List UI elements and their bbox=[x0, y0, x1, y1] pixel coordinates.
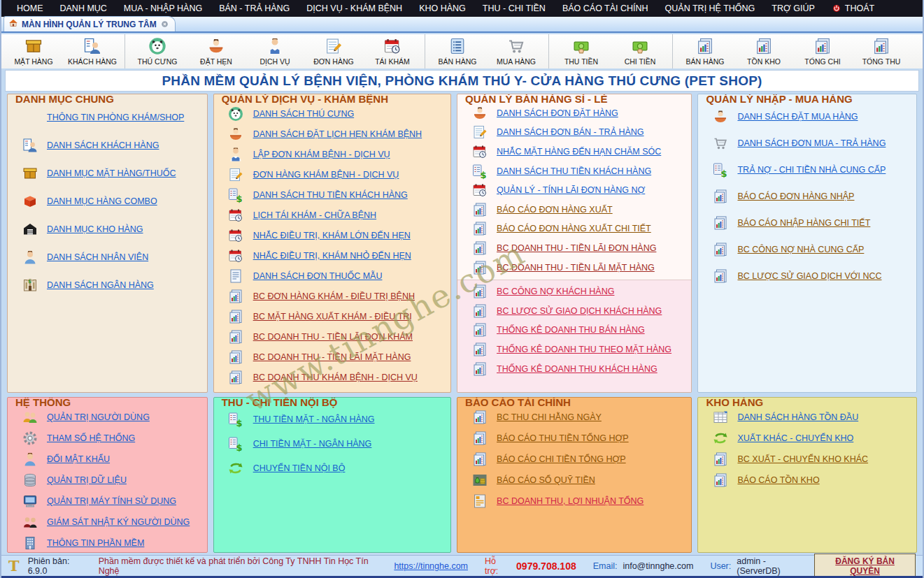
shortcut-link[interactable]: LẬP ĐƠN KHÁM BỆNH - DỊCH VỤ bbox=[253, 150, 390, 159]
shortcut-item[interactable]: ĐỔI MẬT KHẨU bbox=[13, 449, 201, 470]
menu-item-thu-chi-ti-n[interactable]: THU - CHI TIỀN bbox=[474, 0, 554, 17]
toolbar-button-th-c-ng[interactable]: THÚ CƯNG bbox=[128, 34, 187, 68]
shortcut-link[interactable]: DANH SÁCH HÀNG TỒN ĐẦU bbox=[737, 412, 858, 422]
menu-item-home[interactable]: HOME bbox=[8, 0, 52, 17]
toolbar-button-t-ng-thu[interactable]: TỔNG THU bbox=[852, 34, 911, 68]
shortcut-item[interactable]: DANH SÁCH THÚ CƯNG bbox=[220, 103, 445, 124]
shortcut-item[interactable]: $CHI TIỀN MẶT - NGÂN HÀNG bbox=[220, 431, 445, 456]
shortcut-link[interactable]: THỐNG KÊ DOANH THU BÁN HÀNG bbox=[497, 325, 645, 335]
shortcut-item[interactable]: DANH SÁCH ĐƠN THUỐC MẪU bbox=[220, 266, 445, 286]
shortcut-link[interactable]: BÁO CÁO SỔ QUỸ TIỀN bbox=[497, 475, 595, 485]
shortcut-item[interactable]: BC DOANH THU - TIỀN LÃI ĐƠN KHÁM bbox=[220, 326, 445, 347]
shortcut-item[interactable]: THAM SỐ HỆ THỐNG bbox=[13, 428, 201, 449]
shortcut-link[interactable]: DANH SÁCH ĐƠN BÁN - TRẢ HÀNG bbox=[497, 127, 644, 137]
shortcut-item[interactable]: DANH MỤC HÀNG COMBO bbox=[13, 187, 201, 215]
shortcut-item[interactable]: BC DOANH THU - TIỀN LÃI MẶT HÀNG bbox=[463, 258, 685, 277]
shortcut-link[interactable]: CHUYỂN TIỀN NỘI BỘ bbox=[253, 463, 346, 473]
shortcut-item[interactable]: GIÁM SÁT NHẬT KÝ NGƯỜI DÙNG bbox=[13, 512, 201, 533]
shortcut-item[interactable]: NHẮC ĐIỀU TRỊ, KHÁM LỚN ĐẾN HẸN bbox=[220, 225, 445, 245]
shortcut-link[interactable]: THỐNG KÊ DOANH THU KHÁCH HÀNG bbox=[497, 364, 658, 374]
menu-item-danh-m-c[interactable]: DANH MỤC bbox=[52, 0, 115, 17]
shortcut-item[interactable]: BÁO CÁO ĐƠN HÀNG NHẬP bbox=[704, 183, 911, 210]
shortcut-link[interactable]: THÔNG TIN PHẦN MỀM bbox=[47, 538, 144, 548]
shortcut-link[interactable]: BÁO CÁO THU TIỀN TỔNG HỢP bbox=[497, 433, 629, 443]
toolbar-button-t-n-kho[interactable]: TỒN KHO bbox=[734, 34, 793, 68]
shortcut-item[interactable]: BC DOANH THU KHÁM BỆNH - DỊCH VỤ bbox=[220, 367, 445, 387]
shortcut-item[interactable]: BÁO CÁO NHẬP HÀNG CHI TIẾT bbox=[704, 210, 911, 236]
shortcut-item[interactable]: DANH SÁCH NHÂN VIÊN bbox=[13, 243, 201, 271]
shortcut-item[interactable]: LẬP ĐƠN KHÁM BỆNH - DỊCH VỤ bbox=[220, 144, 445, 164]
shortcut-link[interactable]: DANH SÁCH ĐƠN THUỐC MẪU bbox=[253, 271, 383, 281]
shortcut-item[interactable]: BC DOANH THU, LỢI NHUẬN TỔNG bbox=[463, 491, 685, 512]
shortcut-link[interactable]: BÁO CÁO NHẬP HÀNG CHI TIẾT bbox=[737, 218, 870, 228]
shortcut-link[interactable]: NHẮC MẶT HÀNG ĐẾN HẠN CHĂM SÓC bbox=[497, 147, 661, 157]
shortcut-item[interactable]: BC THU CHI HẰNG NGÀY bbox=[463, 407, 685, 428]
shortcut-link[interactable]: BÁO CÁO ĐƠN HÀNG XUẤT bbox=[497, 205, 613, 215]
shortcut-item[interactable]: BC CÔNG NỢ KHÁCH HÀNG bbox=[463, 282, 685, 301]
shortcut-item[interactable]: BC LƯỢC SỬ GIAO DỊCH KHÁCH HÀNG bbox=[463, 301, 685, 321]
shortcut-item[interactable]: BÁO CÁO ĐƠN HÀNG XUẤT bbox=[463, 200, 685, 219]
website-link[interactable]: https://tinnghe.com bbox=[394, 561, 468, 571]
toolbar-button-t-i-kh-m[interactable]: TÁI KHÁM bbox=[363, 34, 422, 68]
license-register-button[interactable]: ĐĂNG KÝ BẢN QUYỀN bbox=[814, 554, 916, 578]
toolbar-button-b-n-h-ng[interactable]: BÁN HÀNG bbox=[428, 34, 487, 68]
shortcut-link[interactable]: DANH MỤC MẶT HÀNG/THUỐC bbox=[47, 168, 176, 178]
shortcut-link[interactable]: DANH SÁCH ĐƠN MUA - TRẢ HÀNG bbox=[737, 138, 886, 148]
shortcut-link[interactable]: TRẢ NỢ - CHI TIỀN NHÀ CUNG CẤP bbox=[737, 165, 886, 175]
toolbar-button-d-ch-v-[interactable]: DỊCH VỤ bbox=[246, 34, 304, 68]
menu-item-qu-n-tr-h-th-ng[interactable]: QUẢN TRỊ HỆ THỐNG bbox=[657, 0, 764, 17]
shortcut-link[interactable]: NHẮC ĐIỀU TRỊ, KHÁM LỚN ĐẾN HẸN bbox=[253, 231, 411, 240]
shortcut-link[interactable]: XUẤT KHÁC - CHUYỂN KHO bbox=[737, 433, 853, 443]
menu-item-kho-h-ng[interactable]: KHO HÀNG bbox=[411, 0, 474, 17]
shortcut-item[interactable]: QUẢN TRỊ MÁY TÍNH SỬ DỤNG bbox=[13, 491, 201, 512]
shortcut-item[interactable]: DANH SÁCH HÀNG TỒN ĐẦU bbox=[704, 407, 911, 428]
shortcut-item[interactable]: $DANH SÁCH THU TIỀN KHÁCH HÀNG bbox=[220, 185, 445, 205]
toolbar-button-thu-ti-n[interactable]: THU TIỀN bbox=[552, 34, 611, 68]
shortcut-item[interactable]: THỐNG KÊ DOANH THU BÁN HÀNG bbox=[463, 321, 685, 340]
shortcut-link[interactable]: ĐỔI MẬT KHẨU bbox=[47, 454, 110, 464]
shortcut-link[interactable]: BÁO CÁO CHI TIỀN TỔNG HỢP bbox=[497, 454, 626, 464]
shortcut-link[interactable]: BC XUẤT - CHUYỂN KHO KHÁC bbox=[737, 454, 868, 464]
shortcut-link[interactable]: DANH SÁCH THU TIỀN KHÁCH HÀNG bbox=[253, 190, 408, 200]
shortcut-item[interactable]: NHẮC ĐIỀU TRỊ, KHÁM NHỎ ĐẾN HẸN bbox=[220, 245, 445, 266]
shortcut-link[interactable]: QUẢN TRỊ NGƯỜI DÙNG bbox=[47, 412, 150, 422]
shortcut-item[interactable]: $DANH SÁCH NGÂN HÀNG bbox=[13, 271, 201, 299]
shortcut-link[interactable]: BC THU CHI HẰNG NGÀY bbox=[497, 412, 602, 422]
shortcut-item[interactable]: DANH SÁCH ĐƠN MUA - TRẢ HÀNG bbox=[704, 130, 911, 157]
shortcut-link[interactable]: QUẢN TRỊ DỮ LIỆU bbox=[47, 475, 127, 485]
shortcut-item[interactable]: BC XUẤT - CHUYỂN KHO KHÁC bbox=[704, 449, 911, 470]
shortcut-link[interactable]: CHI TIỀN MẶT - NGÂN HÀNG bbox=[253, 439, 372, 449]
toolbar-button-m-t-h-ng[interactable]: MẶT HÀNG bbox=[4, 34, 63, 68]
shortcut-item[interactable]: LỊCH TÁI KHÁM - CHỮA BỆNH bbox=[220, 205, 445, 225]
shortcut-link[interactable]: BC LƯỢC SỬ GIAO DỊCH KHÁCH HÀNG bbox=[497, 306, 662, 316]
shortcut-link[interactable]: GIÁM SÁT NHẬT KÝ NGƯỜI DÙNG bbox=[47, 517, 190, 527]
shortcut-link[interactable]: DANH MỤC KHO HÀNG bbox=[47, 224, 143, 234]
shortcut-link[interactable]: NHẮC ĐIỀU TRỊ, KHÁM NHỎ ĐẾN HẸN bbox=[253, 251, 411, 261]
shortcut-item[interactable]: $THU TIỀN MẶT - NGÂN HÀNG bbox=[220, 407, 445, 431]
shortcut-link[interactable]: DANH SÁCH ĐẶT LỊCH HẸN KHÁM BỆNH bbox=[253, 129, 422, 139]
shortcut-link[interactable]: BC DOANH THU - TIỀN LÃI ĐƠN HÀNG bbox=[497, 243, 656, 253]
shortcut-item[interactable]: BÁO CÁO TỒN KHO bbox=[704, 470, 911, 491]
menu-item-tr-gi-p[interactable]: TRỢ GIÚP bbox=[763, 0, 823, 17]
shortcut-item[interactable]: QUẢN TRỊ DỮ LIỆU bbox=[13, 470, 201, 491]
shortcut-item[interactable]: $DANH SÁCH THU TIỀN KHÁCH HÀNG bbox=[463, 161, 685, 181]
tab-close-icon[interactable] bbox=[160, 20, 169, 29]
shortcut-link[interactable]: BÁO CÁO TỒN KHO bbox=[737, 475, 819, 485]
shortcut-link[interactable]: QUẢN LÝ - TÍNH LÃI ĐƠN HÀNG NỢ bbox=[497, 185, 645, 195]
shortcut-link[interactable]: BC DOANH THU - TIỀN LÃI ĐƠN KHÁM bbox=[253, 332, 413, 342]
shortcut-item[interactable]: THỐNG KÊ DOANH THU KHÁCH HÀNG bbox=[463, 359, 685, 379]
shortcut-link[interactable]: THAM SỐ HỆ THỐNG bbox=[47, 433, 135, 443]
shortcut-item[interactable]: ĐƠN HÀNG KHÁM BỆNH - DỊCH VỤ bbox=[220, 164, 445, 185]
shortcut-item[interactable]: BC MẶT HÀNG XUẤT KHÁM - ĐIỀU TRỊ bbox=[220, 306, 445, 326]
shortcut-item[interactable]: BC DOANH THU - TIỀN LÃI ĐƠN HÀNG bbox=[463, 238, 685, 258]
shortcut-item[interactable]: NHẮC MẶT HÀNG ĐẾN HẠN CHĂM SÓC bbox=[463, 142, 685, 161]
shortcut-link[interactable]: BC ĐƠN HÀNG KHÁM - ĐIỀU TRỊ BỆNH bbox=[253, 291, 415, 301]
shortcut-link[interactable]: BC DOANH THU - TIỀN LÃI MẶT HÀNG bbox=[253, 352, 411, 362]
shortcut-item[interactable]: CHUYỂN TIỀN NỘI BỘ bbox=[220, 456, 445, 480]
shortcut-item[interactable]: DANH SÁCH ĐƠN ĐẶT HÀNG bbox=[463, 103, 685, 123]
toolbar-button-t-ng-chi[interactable]: TỔNG CHI bbox=[793, 34, 852, 68]
shortcut-item[interactable]: QUẢN TRỊ NGƯỜI DÙNG bbox=[13, 407, 201, 428]
shortcut-item[interactable]: QUẢN LÝ - TÍNH LÃI ĐƠN HÀNG NỢ bbox=[463, 180, 685, 200]
menu-item-b-n-tr-h-ng[interactable]: BÁN - TRẢ HÀNG bbox=[211, 0, 298, 17]
shortcut-item[interactable]: BÁO CÁO SỔ QUỸ TIỀN bbox=[463, 470, 685, 491]
